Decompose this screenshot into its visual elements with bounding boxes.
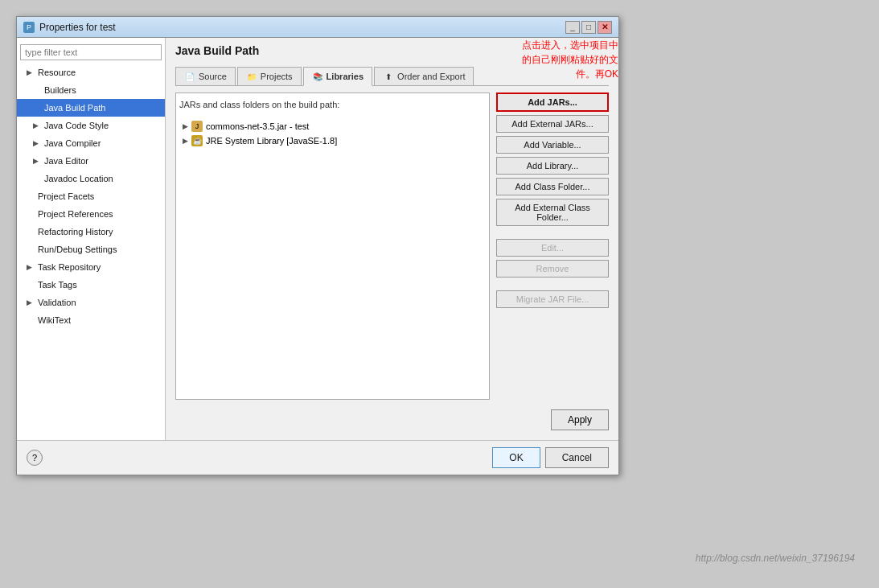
sidebar-item-label: Builders <box>44 83 76 97</box>
sidebar-item-validation[interactable]: ▶Validation <box>17 294 165 311</box>
sidebar-item-builders[interactable]: Builders <box>17 81 165 99</box>
sidebar-item-project-facets[interactable]: Project Facets <box>17 187 165 205</box>
sidebar-item-task-repository[interactable]: ▶Task Repository <box>17 258 165 276</box>
add-jars-button[interactable]: Add JARs... <box>496 93 609 112</box>
add-external-class-folder-button[interactable]: Add External Class Folder... <box>496 199 609 226</box>
sidebar-item-label: Resource <box>38 65 76 80</box>
sidebar-item-run-debug-settings[interactable]: Run/Debug Settings <box>17 241 165 258</box>
sidebar-item-label: Java Editor <box>44 154 88 168</box>
sidebar-item-resource[interactable]: ▶Resource <box>17 64 165 81</box>
sidebar-item-java-build-path[interactable]: Java Build Path <box>17 99 165 117</box>
tab-label-libraries: Libraries <box>327 72 364 81</box>
content-panel: JARs and class folders on the build path… <box>175 93 609 400</box>
sidebar-item-task-tags[interactable]: Task Tags <box>17 276 165 294</box>
tab-label-source: Source <box>199 72 227 81</box>
sidebar-item-project-references[interactable]: Project References <box>17 205 165 223</box>
sidebar-item-label: Project References <box>38 207 113 221</box>
list-item-arrow-icon: ▶ <box>183 122 188 130</box>
sidebar-item-label: Task Tags <box>38 278 77 292</box>
add-class-folder-button[interactable]: Add Class Folder... <box>496 178 609 195</box>
dialog-main: ▶ResourceBuildersJava Build Path▶Java Co… <box>17 38 618 440</box>
filter-input[interactable] <box>20 44 162 60</box>
footer-left: ? <box>27 447 487 468</box>
sidebar-item-java-compiler[interactable]: ▶Java Compiler <box>17 134 165 152</box>
tab-label-order-and-export: Order and Export <box>397 72 465 81</box>
migrate-jar-button: Migrate JAR File... <box>496 290 609 308</box>
sidebar-item-label: Javadoc Location <box>44 171 113 186</box>
expand-arrow-icon: ▶ <box>33 118 41 133</box>
help-icon[interactable]: ? <box>27 450 43 466</box>
tab-icon-source: 📄 <box>184 71 195 82</box>
sidebar-item-label: Java Code Style <box>44 118 109 133</box>
list-item-label: JRE System Library [JavaSE-1.8] <box>206 136 337 146</box>
list-label: JARs and class folders on the build path… <box>179 97 486 113</box>
page-title: Java Build Path <box>175 44 609 57</box>
list-panel: JARs and class folders on the build path… <box>175 93 490 400</box>
sidebar-item-label: WikiText <box>38 313 71 327</box>
title-bar-left: P Properties for test <box>23 22 116 33</box>
list-item-icon-jre-system: ☕ <box>191 135 203 146</box>
apply-row: Apply <box>175 406 609 434</box>
content-area: 点击进入，选中项目中的自己刚刚粘贴好的文件。再OK Java Build Pat… <box>166 38 618 440</box>
sidebar-item-wikitext[interactable]: WikiText <box>17 311 165 329</box>
add-external-jars-button[interactable]: Add External JARs... <box>496 115 609 133</box>
expand-arrow-icon: ▶ <box>27 260 35 274</box>
sidebar-item-refactoring-history[interactable]: Refactoring History <box>17 223 165 241</box>
bottom-bar: ? OK Cancel <box>17 440 618 475</box>
title-bar: P Properties for test _ □ ✕ <box>17 17 618 38</box>
list-item-commons-net[interactable]: ▶Jcommons-net-3.5.jar - test <box>179 119 486 134</box>
sidebar-item-javadoc-location[interactable]: Javadoc Location <box>17 170 165 187</box>
edit-button: Edit... <box>496 239 609 257</box>
title-icon: P <box>23 22 35 33</box>
add-library-button[interactable]: Add Library... <box>496 157 609 175</box>
dialog-window: P Properties for test _ □ ✕ ▶ResourceBui… <box>16 16 619 475</box>
tab-libraries[interactable]: 📚Libraries <box>303 67 372 86</box>
tab-icon-libraries: 📚 <box>312 71 323 82</box>
dialog-body: ▶ResourceBuildersJava Build Path▶Java Co… <box>17 38 618 475</box>
sidebar-item-java-code-style[interactable]: ▶Java Code Style <box>17 117 165 134</box>
apply-button[interactable]: Apply <box>551 409 609 430</box>
list-item-jre-system[interactable]: ▶☕JRE System Library [JavaSE-1.8] <box>179 134 486 148</box>
list-item-icon-commons-net: J <box>191 121 203 132</box>
sidebar-item-label: Java Compiler <box>44 136 101 150</box>
tab-source[interactable]: 📄Source <box>175 67 236 85</box>
sidebar-item-label: Validation <box>38 295 76 310</box>
tab-order-and-export[interactable]: ⬆Order and Export <box>374 67 474 85</box>
expand-arrow-icon: ▶ <box>27 295 35 310</box>
tab-icon-projects: 📁 <box>246 71 257 82</box>
expand-arrow-icon: ▶ <box>33 154 41 168</box>
right-buttons: Add JARs...Add External JARs...Add Varia… <box>496 93 609 400</box>
remove-button: Remove <box>496 260 609 278</box>
close-button[interactable]: ✕ <box>598 21 612 34</box>
minimize-button[interactable]: _ <box>565 21 580 34</box>
cancel-button[interactable]: Cancel <box>545 447 609 468</box>
tab-label-projects: Projects <box>261 72 293 81</box>
sidebar-item-label: Task Repository <box>38 260 101 274</box>
title-buttons: _ □ ✕ <box>565 21 612 34</box>
tabs-row: 📄Source📁Projects📚Libraries⬆Order and Exp… <box>175 67 609 86</box>
sidebar: ▶ResourceBuildersJava Build Path▶Java Co… <box>17 38 166 440</box>
ok-button[interactable]: OK <box>492 447 540 468</box>
tab-projects[interactable]: 📁Projects <box>237 67 302 85</box>
sidebar-item-label: Project Facets <box>38 189 94 204</box>
add-variable-button[interactable]: Add Variable... <box>496 136 609 154</box>
sidebar-item-java-editor[interactable]: ▶Java Editor <box>17 152 165 170</box>
tab-icon-order-and-export: ⬆ <box>383 71 394 82</box>
list-item-label: commons-net-3.5.jar - test <box>206 121 309 131</box>
title-text: Properties for test <box>39 22 116 33</box>
sidebar-item-label: Java Build Path <box>44 101 105 115</box>
expand-arrow-icon: ▶ <box>33 136 41 150</box>
sidebar-item-label: Refactoring History <box>38 224 113 239</box>
sidebar-item-label: Run/Debug Settings <box>38 242 117 257</box>
list-item-arrow-icon: ▶ <box>183 137 188 145</box>
maximize-button[interactable]: □ <box>581 21 596 34</box>
expand-arrow-icon: ▶ <box>27 65 35 80</box>
